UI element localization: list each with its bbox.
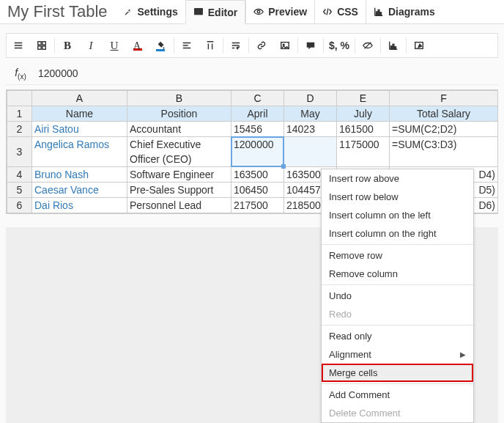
row-num[interactable]: 1 bbox=[7, 106, 32, 122]
svg-rect-11 bbox=[42, 42, 45, 45]
menu-label: Remove row bbox=[329, 250, 382, 261]
mini-chart-icon[interactable] bbox=[382, 35, 405, 56]
row-num[interactable]: 6 bbox=[7, 198, 32, 213]
svg-rect-8 bbox=[378, 10, 379, 15]
cell-april[interactable]: 15456 bbox=[231, 122, 284, 137]
cell-total[interactable]: =SUM(C2;D2) bbox=[390, 122, 498, 137]
menu-label: Merge cells bbox=[329, 367, 377, 378]
corner-cell[interactable] bbox=[7, 91, 32, 106]
menu-label: Undo bbox=[329, 290, 352, 301]
cell-position[interactable]: Software Engineer bbox=[127, 167, 231, 183]
header-cell[interactable]: April bbox=[231, 106, 284, 122]
menu-label: Remove column bbox=[329, 268, 398, 279]
tiles-icon[interactable] bbox=[30, 35, 53, 56]
tab-diagrams[interactable]: Diagrams bbox=[366, 0, 442, 23]
formula-value[interactable]: 1200000 bbox=[35, 67, 498, 79]
cell-total[interactable]: =SUM(C3:D3) bbox=[390, 137, 498, 167]
chevron-right-icon: ▶ bbox=[460, 350, 466, 358]
menu-undo[interactable]: Undo bbox=[322, 287, 473, 305]
cell-position[interactable]: Accountant bbox=[127, 122, 231, 137]
row-num[interactable]: 2 bbox=[7, 122, 32, 137]
cell-name[interactable]: Angelica Ramos bbox=[32, 137, 127, 167]
header-cell[interactable]: May bbox=[284, 106, 337, 122]
cell-april[interactable]: 106450 bbox=[231, 183, 284, 198]
link-icon[interactable] bbox=[250, 35, 273, 56]
italic-icon[interactable]: I bbox=[79, 35, 103, 56]
hide-icon[interactable] bbox=[356, 35, 379, 56]
cell-name[interactable]: Dai Rios bbox=[32, 198, 127, 213]
menu-label: Insert row below bbox=[329, 191, 399, 202]
header-cell[interactable]: July bbox=[337, 106, 390, 122]
formula-bar: f(x) 1200000 bbox=[6, 62, 498, 85]
menu-insert-column-on-the-left[interactable]: Insert column on the left bbox=[322, 206, 473, 224]
cell-may[interactable] bbox=[284, 137, 337, 167]
comment-icon[interactable] bbox=[299, 35, 322, 56]
tab-label: Diagrams bbox=[388, 6, 435, 18]
cell-may[interactable]: 14023 bbox=[284, 122, 337, 137]
table-header-row: 1NamePositionAprilMayJulyTotal Salary bbox=[7, 106, 498, 122]
menu-insert-column-on-the-right[interactable]: Insert column on the right bbox=[322, 224, 473, 243]
edit-icon[interactable] bbox=[407, 35, 431, 56]
text-color-icon[interactable]: A bbox=[126, 35, 149, 56]
svg-rect-13 bbox=[42, 46, 45, 49]
align-left-icon[interactable] bbox=[175, 35, 199, 56]
menu-label: Read only bbox=[329, 331, 372, 342]
cell-position[interactable]: Pre-Sales Support bbox=[127, 183, 231, 198]
cell-july[interactable]: 161500 bbox=[337, 122, 390, 137]
tab-settings[interactable]: Settings bbox=[116, 0, 185, 23]
cell-position[interactable]: Personnel Lead bbox=[127, 198, 231, 213]
tab-editor[interactable]: Editor bbox=[185, 0, 245, 24]
currency-icon[interactable]: $, % bbox=[325, 35, 354, 56]
menu-icon[interactable] bbox=[7, 35, 30, 56]
header-cell[interactable]: Name bbox=[32, 106, 127, 122]
chart-icon bbox=[374, 7, 384, 17]
svg-rect-4 bbox=[198, 12, 201, 15]
row-num[interactable]: 3 bbox=[7, 137, 32, 167]
row-num[interactable]: 5 bbox=[7, 183, 32, 198]
col-D[interactable]: D bbox=[284, 91, 337, 106]
cell-april[interactable]: 217500 bbox=[231, 198, 284, 213]
cell-april[interactable]: 1200000 bbox=[231, 137, 284, 167]
menu-remove-row[interactable]: Remove row bbox=[322, 246, 473, 265]
cell-july[interactable]: 1175000 bbox=[337, 137, 390, 167]
col-B[interactable]: B bbox=[127, 91, 231, 106]
code-icon bbox=[322, 7, 333, 17]
menu-label: Insert column on the right bbox=[329, 228, 437, 239]
svg-rect-9 bbox=[380, 12, 382, 15]
svg-rect-12 bbox=[38, 46, 41, 49]
cell-name[interactable]: Caesar Vance bbox=[32, 183, 127, 198]
image-icon[interactable] bbox=[273, 35, 297, 56]
menu-label: Insert column on the left bbox=[329, 210, 431, 221]
svg-rect-1 bbox=[198, 8, 201, 11]
svg-rect-17 bbox=[393, 44, 394, 48]
header-cell[interactable]: Position bbox=[127, 106, 231, 122]
align-top-icon[interactable] bbox=[199, 35, 222, 56]
tab-preview[interactable]: Preview bbox=[245, 0, 314, 23]
fill-color-icon[interactable] bbox=[149, 35, 173, 56]
tab-label: Preview bbox=[268, 6, 307, 18]
menu-remove-column[interactable]: Remove column bbox=[322, 265, 473, 283]
header-cell[interactable]: Total Salary bbox=[390, 106, 498, 122]
cell-position[interactable]: Chief Executive Officer (CEO) bbox=[127, 137, 231, 167]
fx-label: f(x) bbox=[6, 67, 35, 81]
menu-insert-row-above[interactable]: Insert row above bbox=[322, 169, 473, 188]
menu-merge-cells[interactable]: Merge cells bbox=[322, 364, 473, 382]
table-row: 3Angelica RamosChief Executive Officer (… bbox=[7, 137, 498, 167]
svg-rect-0 bbox=[195, 8, 198, 11]
menu-add-comment[interactable]: Add Comment bbox=[322, 386, 473, 404]
cell-name[interactable]: Bruno Nash bbox=[32, 167, 127, 183]
col-C[interactable]: C bbox=[231, 91, 284, 106]
row-num[interactable]: 4 bbox=[7, 167, 32, 183]
cell-name[interactable]: Airi Satou bbox=[32, 122, 127, 137]
col-F[interactable]: F bbox=[390, 91, 498, 106]
bold-icon[interactable]: B bbox=[56, 35, 79, 56]
underline-icon[interactable]: U bbox=[103, 35, 126, 56]
tab-css[interactable]: CSS bbox=[314, 0, 366, 23]
cell-april[interactable]: 163500 bbox=[231, 167, 284, 183]
wrap-text-icon[interactable] bbox=[224, 35, 248, 56]
menu-read-only[interactable]: Read only bbox=[322, 327, 473, 345]
menu-insert-row-below[interactable]: Insert row below bbox=[322, 188, 473, 206]
col-A[interactable]: A bbox=[32, 91, 127, 106]
col-E[interactable]: E bbox=[337, 91, 390, 106]
menu-alignment[interactable]: Alignment▶ bbox=[322, 345, 473, 364]
